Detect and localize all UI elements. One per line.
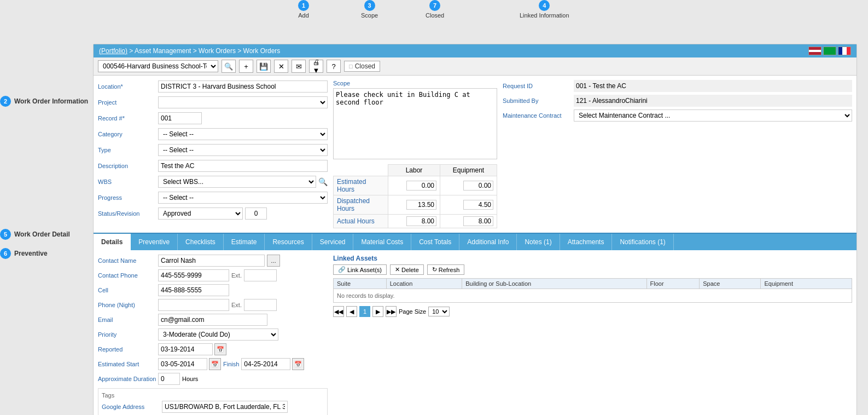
revision-input[interactable] [245,208,267,220]
description-input[interactable] [158,160,328,172]
estimated-hours-label: Estimated Hours [334,176,388,195]
flag-br[interactable] [823,47,836,55]
add-badge-group: 1 Add [298,0,309,19]
actual-equip-input[interactable] [463,216,493,226]
record-selector[interactable]: 000546-Harvard Business School-Test the … [98,60,218,72]
equipment-col-header: Equipment [761,279,852,289]
page-1-btn[interactable]: 1 [359,306,370,317]
tags-section: Tags Google Address Barcode █▌█▌██▌█▌█ [98,388,328,415]
category-select[interactable]: -- Select -- [158,128,328,140]
detail-left-form: Contact Name … Contact Phone Ext. Cell P… [98,255,328,415]
priority-label: Priority [98,331,158,338]
portfolio-link[interactable]: (Portfolio) [99,47,127,55]
email-button[interactable]: ✉ [292,60,306,73]
tab-estimate[interactable]: Estimate [224,234,265,250]
last-page-btn[interactable]: ▶▶ [386,306,397,317]
wbs-select[interactable]: Select WBS... [158,176,316,188]
email-input[interactable] [158,314,267,326]
reported-calendar-btn[interactable]: 📅 [214,343,226,355]
wbs-search-icon[interactable]: 🔍 [318,177,328,186]
contact-name-input[interactable] [158,255,265,267]
submitted-by-label: Submitted By [503,97,574,104]
location-input[interactable] [158,80,328,93]
flag-us[interactable] [808,47,822,55]
tab-attachments[interactable]: Attachments [560,234,613,250]
maintenance-contract-select[interactable]: Select Maintenance Contract ... [574,109,852,122]
start-calendar-btn[interactable]: 📅 [209,358,221,370]
prev-page-btn[interactable]: ◀ [346,306,357,317]
phone-night-input[interactable] [158,299,229,311]
next-page-btn[interactable]: ▶ [372,306,383,317]
ext-label-1: Ext. [231,272,242,279]
add-button[interactable]: + [239,60,253,73]
work-order-detail-badge[interactable]: 5 [0,229,11,240]
closed-badge[interactable]: 7 [429,0,440,11]
project-select[interactable] [158,96,328,108]
tab-resources[interactable]: Resources [265,234,312,250]
contact-phone-input[interactable] [158,269,229,281]
ext-input-1[interactable] [244,269,277,281]
category-label: Category [98,131,158,137]
tab-material-costs[interactable]: Material Costs [353,234,411,250]
tab-preventive[interactable]: Preventive [131,234,178,250]
linked-info-badge[interactable]: 4 [539,0,550,11]
finish-input[interactable] [241,358,290,370]
record-input[interactable] [158,112,202,124]
tab-details[interactable]: Details [94,234,131,250]
finish-calendar-btn[interactable]: 📅 [292,358,304,370]
progress-select[interactable]: -- Select -- [158,192,328,204]
cancel-button[interactable]: ✕ [274,60,288,73]
tab-notes[interactable]: Notes (1) [517,234,560,250]
approx-duration-input[interactable] [158,373,180,385]
type-select[interactable]: -- Select -- [158,144,328,156]
first-page-btn[interactable]: ◀◀ [333,306,344,317]
status-select[interactable]: Approved [158,208,243,220]
reported-input[interactable] [158,343,213,355]
ext-input-2[interactable] [244,299,277,311]
estimated-equip-input[interactable] [463,181,493,191]
tab-notifications[interactable]: Notifications (1) [612,234,673,250]
actual-labor-input[interactable] [406,216,436,226]
tab-additional-info[interactable]: Additional Info [459,234,517,250]
record-label: Record #* [98,115,158,122]
estimated-start-input[interactable] [158,358,207,370]
tab-cost-totals[interactable]: Cost Totals [411,234,459,250]
left-form: Location* Project Record #* Category [98,80,328,228]
preventive-badge[interactable]: 6 [0,248,11,259]
print-button[interactable]: 🖨 ▼ [309,60,323,73]
scope-textarea[interactable]: Please check unit in Building C at secon… [333,88,497,159]
save-button[interactable]: 💾 [257,60,271,73]
refresh-icon: ↻ [432,266,437,273]
tab-checklists[interactable]: Checklists [178,234,224,250]
maintenance-contract-label: Maintenance Contract [503,112,574,119]
project-label: Project [98,99,158,106]
tab-serviced[interactable]: Serviced [312,234,354,250]
submitted-by-input [574,95,852,107]
contact-name-label: Contact Name [98,257,158,264]
google-address-input[interactable] [162,401,288,413]
help-button[interactable]: ? [327,60,341,73]
detail-content: Contact Name … Contact Phone Ext. Cell P… [94,250,857,415]
flag-fr[interactable] [838,47,851,55]
link-assets-button[interactable]: 🔗 Link Asset(s) [333,264,387,275]
page-size-select[interactable]: 10 [428,307,450,316]
cell-input[interactable] [158,284,229,296]
type-label: Type [98,147,158,153]
estimated-labor-input[interactable] [406,181,436,191]
dispatched-equip-input[interactable] [463,200,493,210]
suite-col-header: Suite [334,279,387,289]
contact-dots-button[interactable]: … [267,255,280,267]
closed-badge-group: 7 Closed [426,0,444,19]
add-badge[interactable]: 1 [298,0,309,11]
work-order-info-badge[interactable]: 2 [0,96,11,107]
actual-hours-label: Actual Hours [334,215,388,228]
refresh-button[interactable]: ↻ Refresh [427,264,465,275]
tags-title: Tags [102,392,324,399]
closed-status: □ Closed [344,61,380,72]
search-button[interactable]: 🔍 [222,60,236,73]
scope-badge[interactable]: 3 [364,0,375,11]
priority-select[interactable]: 3-Moderate (Could Do) [158,328,278,341]
dispatched-labor-input[interactable] [406,200,436,210]
email-label: Email [98,316,158,323]
delete-button[interactable]: ✕ Delete [390,264,424,275]
